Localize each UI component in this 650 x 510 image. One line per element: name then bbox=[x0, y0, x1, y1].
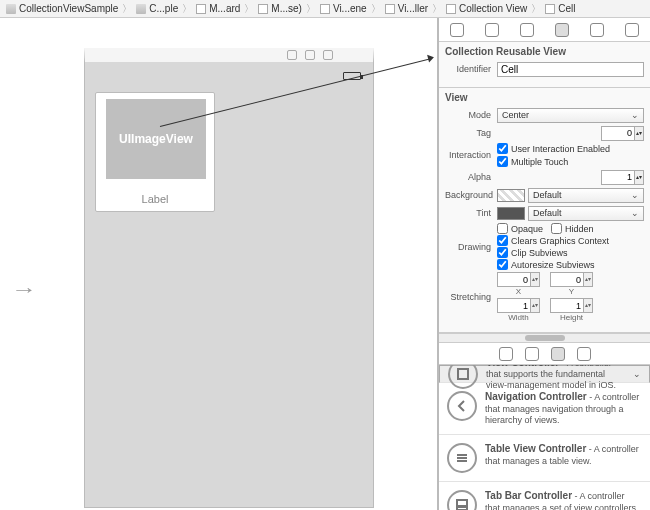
tint-label: Tint bbox=[445, 208, 497, 218]
breadcrumb-item[interactable]: Vi...ller bbox=[383, 3, 430, 14]
background-select[interactable]: Default bbox=[528, 188, 644, 203]
tint-select[interactable]: Default bbox=[528, 206, 644, 221]
breadcrumb-item[interactable]: M...ard bbox=[194, 3, 242, 14]
alpha-field[interactable] bbox=[601, 170, 635, 185]
mode-label: Mode bbox=[445, 110, 497, 120]
svg-rect-5 bbox=[457, 500, 467, 506]
lines-icon bbox=[447, 443, 477, 473]
workspace: → UIImageView Label bbox=[0, 18, 650, 510]
identifier-field[interactable] bbox=[497, 62, 644, 77]
breadcrumb-item[interactable]: Collection View bbox=[444, 3, 529, 14]
breadcrumb-sep: 〉 bbox=[180, 2, 194, 16]
cell-label[interactable]: Label bbox=[96, 193, 214, 205]
tint-swatch[interactable] bbox=[497, 207, 525, 220]
tag-stepper[interactable]: ▴▾ bbox=[635, 126, 644, 141]
tag-label: Tag bbox=[445, 128, 497, 138]
reusable-view-panel: Collection Reusable View Identifier bbox=[439, 42, 650, 88]
layout-icon bbox=[323, 50, 333, 60]
tag-field[interactable] bbox=[601, 126, 635, 141]
background-swatch[interactable] bbox=[497, 189, 525, 202]
stretch-y-field[interactable] bbox=[550, 272, 584, 287]
breadcrumb-item[interactable]: M...se) bbox=[256, 3, 304, 14]
clip-subviews-checkbox[interactable]: Clip Subviews bbox=[497, 247, 568, 258]
object-library[interactable]: View Controller - A controller that supp… bbox=[439, 365, 650, 510]
uiimageview-placeholder[interactable]: UIImageView bbox=[106, 99, 206, 179]
multiple-touch-checkbox[interactable]: Multiple Touch bbox=[497, 156, 568, 167]
file-icon bbox=[196, 4, 206, 14]
lib-templates-icon[interactable] bbox=[499, 347, 513, 361]
collection-cell[interactable]: UIImageView Label bbox=[95, 92, 215, 212]
breadcrumb-sep: 〉 bbox=[304, 2, 318, 16]
breadcrumb-sep: 〉 bbox=[369, 2, 383, 16]
library-item[interactable]: Navigation Controller - A controller tha… bbox=[439, 383, 650, 435]
mode-select[interactable]: Center bbox=[497, 108, 644, 123]
file-icon bbox=[320, 4, 330, 14]
stop-icon bbox=[287, 50, 297, 60]
reusable-heading: Collection Reusable View bbox=[445, 46, 644, 57]
view-panel: View Mode Center Tag ▴▾ Interaction User… bbox=[439, 88, 650, 333]
breadcrumb-item[interactable]: Cell bbox=[543, 3, 577, 14]
connections-tab-icon[interactable] bbox=[625, 23, 639, 37]
identity-tab-icon[interactable] bbox=[520, 23, 534, 37]
file-icon bbox=[446, 4, 456, 14]
folder-icon bbox=[6, 4, 16, 14]
breadcrumb-sep: 〉 bbox=[120, 2, 134, 16]
inspector-scrollbar[interactable] bbox=[439, 333, 650, 343]
clears-graphics-checkbox[interactable]: Clears Graphics Context bbox=[497, 235, 609, 246]
inspector-column: Collection Reusable View Identifier View… bbox=[438, 18, 650, 510]
library-tab-bar bbox=[439, 343, 650, 365]
alpha-label: Alpha bbox=[445, 172, 497, 182]
stretch-h-field[interactable] bbox=[550, 298, 584, 313]
share-icon bbox=[305, 50, 315, 60]
hidden-checkbox[interactable]: Hidden bbox=[551, 223, 594, 234]
lib-media-icon[interactable] bbox=[577, 347, 591, 361]
stretching-label: Stretching bbox=[445, 292, 497, 302]
folder-icon bbox=[136, 4, 146, 14]
device-frame: UIImageView Label bbox=[84, 48, 374, 508]
lib-objects-icon[interactable] bbox=[551, 347, 565, 361]
alpha-stepper[interactable]: ▴▾ bbox=[635, 170, 644, 185]
chevron-left-icon bbox=[447, 391, 477, 421]
breadcrumb-sep: 〉 bbox=[430, 2, 444, 16]
lib-snippets-icon[interactable] bbox=[525, 347, 539, 361]
file-icon bbox=[258, 4, 268, 14]
library-item[interactable]: View Controller - A controller that supp… bbox=[439, 365, 650, 383]
breadcrumb-item[interactable]: C...ple bbox=[134, 3, 180, 14]
size-tab-icon[interactable] bbox=[590, 23, 604, 37]
user-interaction-checkbox[interactable]: User Interaction Enabled bbox=[497, 143, 610, 154]
interaction-label: Interaction bbox=[445, 150, 497, 160]
quickhelp-tab-icon[interactable] bbox=[485, 23, 499, 37]
autoresize-checkbox[interactable]: Autoresize Subviews bbox=[497, 259, 595, 270]
library-item[interactable]: Tab Bar Controller - A controller that m… bbox=[439, 482, 650, 510]
breadcrumb-item[interactable]: Vi...ene bbox=[318, 3, 369, 14]
identifier-label: Identifier bbox=[445, 64, 497, 74]
attributes-tab-icon[interactable] bbox=[555, 23, 569, 37]
breadcrumb-sep: 〉 bbox=[242, 2, 256, 16]
stretch-x-field[interactable] bbox=[497, 272, 531, 287]
file-tab-icon[interactable] bbox=[450, 23, 464, 37]
view-heading: View bbox=[445, 92, 644, 103]
breadcrumb-item[interactable]: CollectionViewSample bbox=[4, 3, 120, 14]
file-icon bbox=[545, 4, 555, 14]
stretch-w-field[interactable] bbox=[497, 298, 531, 313]
opaque-checkbox[interactable]: Opaque bbox=[497, 223, 543, 234]
inspector-tab-bar bbox=[439, 18, 650, 42]
next-arrow-icon: → bbox=[11, 278, 37, 301]
library-item[interactable]: Table View Controller - A controller tha… bbox=[439, 435, 650, 482]
canvas-area[interactable]: → UIImageView Label bbox=[0, 18, 438, 510]
svg-rect-0 bbox=[458, 369, 468, 379]
pointer-arrowhead bbox=[427, 53, 435, 62]
breadcrumb-bar: CollectionViewSample〉C...ple〉M...ard〉M..… bbox=[0, 0, 650, 18]
tabs-icon bbox=[447, 490, 477, 510]
device-header-icons bbox=[287, 50, 333, 60]
drawing-label: Drawing bbox=[445, 242, 497, 252]
background-label: Background bbox=[445, 190, 497, 200]
file-icon bbox=[385, 4, 395, 14]
breadcrumb-sep: 〉 bbox=[529, 2, 543, 16]
